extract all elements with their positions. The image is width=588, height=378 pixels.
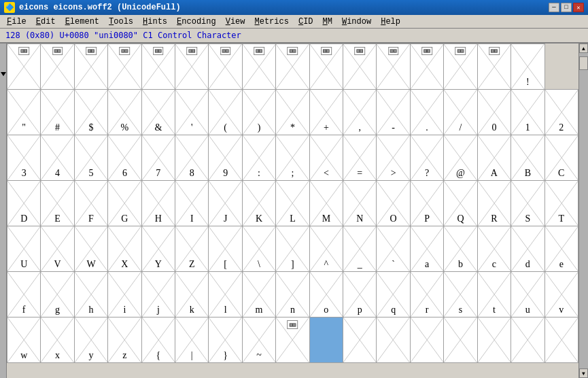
menu-cid[interactable]: CID (294, 16, 317, 27)
glyph-cell[interactable]: { (141, 317, 175, 363)
glyph-cell[interactable]: u (511, 272, 544, 317)
glyph-cell[interactable]: T (544, 181, 578, 226)
scroll-track[interactable] (579, 53, 588, 368)
glyph-cell[interactable]: " (7, 90, 41, 135)
glyph-cell[interactable]: ^ (309, 226, 343, 272)
glyph-cell[interactable]: U (7, 226, 41, 272)
glyph-cell[interactable]: Y (141, 226, 175, 272)
glyph-cell[interactable]: C (544, 135, 578, 181)
menu-file[interactable]: File (3, 16, 31, 27)
glyph-cell[interactable]: ` (377, 226, 410, 272)
glyph-cell[interactable]: ▤▤ (41, 44, 74, 90)
glyph-cell[interactable]: 7 (141, 135, 175, 181)
glyph-cell[interactable]: O (377, 181, 410, 226)
scrollbar[interactable]: ▲ ▼ (578, 44, 588, 378)
glyph-cell[interactable]: ▤▤ (7, 44, 41, 90)
window-controls[interactable]: ─ □ ✕ (549, 3, 584, 12)
glyph-cell[interactable]: x (41, 317, 74, 363)
glyph-cell[interactable]: ▤▤ (74, 44, 107, 90)
scroll-up-button[interactable]: ▲ (579, 44, 588, 53)
glyph-cell[interactable] (477, 317, 511, 363)
menu-tools[interactable]: Tools (105, 16, 137, 27)
glyph-cell[interactable]: n (276, 272, 309, 317)
glyph-cell[interactable]: p (343, 272, 377, 317)
menu-encoding[interactable]: Encoding (173, 16, 220, 27)
glyph-cell[interactable]: t (477, 272, 511, 317)
glyph-cell[interactable]: } (209, 317, 242, 363)
glyph-cell[interactable]: c (477, 226, 511, 272)
glyph-cell[interactable] (309, 317, 343, 363)
glyph-cell[interactable]: ▤▤ (175, 44, 209, 90)
glyph-cell[interactable]: F (74, 181, 107, 226)
glyph-cell[interactable]: ▤▤ (410, 44, 443, 90)
glyph-cell[interactable]: W (74, 226, 107, 272)
glyph-cell[interactable]: M (309, 181, 343, 226)
glyph-cell[interactable]: R (477, 181, 511, 226)
glyph-cell[interactable]: 0 (477, 90, 511, 135)
glyph-cell[interactable]: , (343, 90, 377, 135)
glyph-cell[interactable] (444, 317, 477, 363)
glyph-cell[interactable]: H (141, 181, 175, 226)
glyph-cell[interactable]: v (544, 272, 578, 317)
glyph-cell[interactable]: B (511, 135, 544, 181)
glyph-cell[interactable]: w (7, 317, 41, 363)
glyph-cell[interactable]: 2 (544, 90, 578, 135)
glyph-cell[interactable]: y (74, 317, 107, 363)
glyph-cell[interactable]: ▤▤ (377, 44, 410, 90)
glyph-cell[interactable] (544, 317, 578, 363)
glyph-cell[interactable]: ▤▤ (242, 44, 275, 90)
glyph-cell[interactable] (410, 317, 443, 363)
glyph-cell[interactable]: D (7, 181, 41, 226)
close-button[interactable]: ✕ (573, 3, 584, 12)
menu-metrics[interactable]: Metrics (251, 16, 293, 27)
scroll-thumb[interactable] (579, 56, 588, 70)
glyph-cell[interactable]: ▤▤ (276, 317, 309, 363)
glyph-cell[interactable]: a (410, 226, 443, 272)
glyph-cell[interactable]: & (141, 90, 175, 135)
glyph-cell[interactable]: ▤▤ (141, 44, 175, 90)
glyph-cell[interactable]: ( (209, 90, 242, 135)
glyph-cell[interactable]: S (511, 181, 544, 226)
glyph-cell[interactable]: @ (444, 135, 477, 181)
glyph-cell[interactable]: 4 (41, 135, 74, 181)
glyph-cell[interactable]: 9 (209, 135, 242, 181)
glyph-cell[interactable] (377, 317, 410, 363)
glyph-cell[interactable]: + (309, 90, 343, 135)
glyph-cell[interactable]: 1 (511, 90, 544, 135)
glyph-cell[interactable]: g (41, 272, 74, 317)
glyph-cell[interactable]: [ (209, 226, 242, 272)
glyph-cell[interactable]: m (242, 272, 275, 317)
glyph-cell[interactable]: d (511, 226, 544, 272)
menu-hints[interactable]: Hints (139, 16, 171, 27)
glyph-cell[interactable]: - (377, 90, 410, 135)
glyph-cell[interactable]: Z (175, 226, 209, 272)
glyph-cell[interactable]: ; (276, 135, 309, 181)
glyph-cell[interactable]: I (175, 181, 209, 226)
glyph-cell[interactable]: ▤▤ (276, 44, 309, 90)
menu-mm[interactable]: MM (319, 16, 336, 27)
glyph-cell[interactable]: ▤▤ (108, 44, 141, 90)
glyph-cell[interactable] (511, 317, 544, 363)
glyph-cell[interactable]: ▤▤ (343, 44, 377, 90)
glyph-cell[interactable]: ~ (242, 317, 275, 363)
glyph-cell[interactable]: : (242, 135, 275, 181)
glyph-cell[interactable]: ▤▤ (209, 44, 242, 90)
glyph-cell[interactable]: i (108, 272, 141, 317)
glyph-cell[interactable]: Q (444, 181, 477, 226)
maximize-button[interactable]: □ (561, 3, 572, 12)
glyph-cell[interactable] (343, 317, 377, 363)
glyph-cell[interactable]: ) (242, 90, 275, 135)
glyph-cell[interactable]: $ (74, 90, 107, 135)
glyph-cell[interactable]: ! (511, 44, 544, 90)
glyph-cell[interactable]: N (343, 181, 377, 226)
glyph-cell[interactable]: 8 (175, 135, 209, 181)
glyph-cell[interactable]: _ (343, 226, 377, 272)
glyph-cell[interactable]: # (41, 90, 74, 135)
glyph-cell[interactable]: P (410, 181, 443, 226)
glyph-cell[interactable]: A (477, 135, 511, 181)
glyph-cell[interactable]: h (74, 272, 107, 317)
glyph-cell[interactable]: G (108, 181, 141, 226)
glyph-cell[interactable]: s (444, 272, 477, 317)
glyph-cell[interactable]: ' (175, 90, 209, 135)
glyph-cell[interactable]: > (377, 135, 410, 181)
